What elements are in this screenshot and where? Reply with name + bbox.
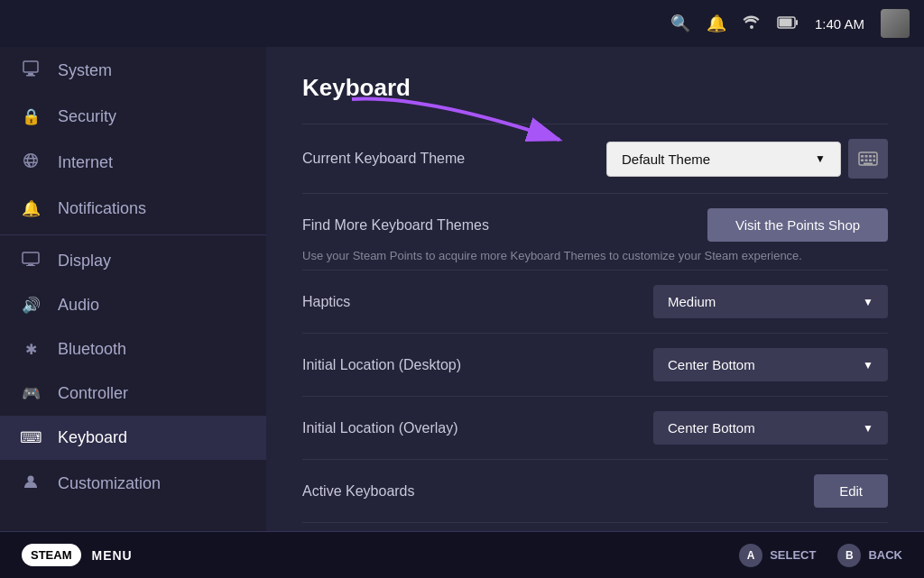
- sidebar-item-label: Security: [58, 107, 116, 126]
- initial-location-desktop-dropdown[interactable]: Center Bottom ▼: [653, 348, 888, 381]
- svg-rect-8: [26, 265, 35, 266]
- b-button[interactable]: B: [837, 544, 861, 567]
- svg-rect-2: [796, 20, 798, 25]
- haptics-dropdown-arrow: ▼: [863, 296, 873, 308]
- initial-location-desktop-arrow: ▼: [863, 359, 873, 372]
- initial-location-overlay-value: Center Bottom: [668, 420, 755, 436]
- svg-rect-13: [869, 155, 872, 158]
- svg-rect-3: [23, 61, 38, 72]
- initial-location-desktop-row: Initial Location (Desktop) Center Bottom…: [302, 334, 888, 397]
- audio-icon: 🔊: [18, 296, 43, 315]
- system-icon: [18, 60, 43, 82]
- sidebar-item-security[interactable]: 🔒 Security: [0, 95, 266, 139]
- svg-rect-1: [779, 18, 791, 26]
- bluetooth-icon: ✱: [18, 341, 43, 358]
- sidebar-item-label: Internet: [58, 153, 113, 172]
- active-keyboards-edit-button[interactable]: Edit: [814, 474, 888, 508]
- theme-dropdown[interactable]: Default Theme ▼: [606, 142, 841, 177]
- header-time: 1:40 AM: [815, 16, 864, 32]
- a-button[interactable]: A: [739, 544, 762, 567]
- visit-points-shop-button[interactable]: Visit the Points Shop: [707, 208, 888, 242]
- keyboard-icon: ⌨: [18, 428, 43, 447]
- header: 🔍 🔔 1:40 AM: [0, 0, 924, 47]
- back-label: BACK: [868, 548, 902, 562]
- svg-rect-12: [865, 155, 868, 158]
- keyboard-icon-button[interactable]: [848, 139, 888, 179]
- footer-menu-label: MENU: [92, 548, 133, 563]
- haptics-dropdown[interactable]: Medium ▼: [653, 285, 888, 318]
- sidebar-item-display[interactable]: Display: [0, 239, 266, 283]
- sidebar-item-label: Bluetooth: [58, 340, 126, 359]
- svg-rect-17: [869, 160, 872, 162]
- footer-right: A SELECT B BACK: [739, 544, 902, 567]
- footer: STEAM MENU A SELECT B BACK: [0, 531, 924, 578]
- wifi-icon: [743, 14, 761, 33]
- current-theme-row: Current Keyboard Theme Default Theme ▼: [302, 124, 888, 194]
- main-content: Keyboard Current Keyboard Theme Default …: [266, 47, 924, 531]
- sidebar-item-notifications[interactable]: 🔔 Notifications: [0, 187, 266, 231]
- initial-location-overlay-label: Initial Location (Overlay): [302, 420, 458, 436]
- theme-dropdown-value: Default Theme: [622, 151, 710, 167]
- svg-rect-4: [28, 73, 33, 75]
- svg-rect-19: [864, 163, 873, 165]
- sidebar-item-keyboard[interactable]: ⌨ Keyboard: [0, 416, 266, 460]
- controller-icon: 🎮: [18, 384, 43, 403]
- haptics-dropdown-value: Medium: [668, 294, 716, 309]
- svg-rect-15: [861, 160, 864, 162]
- current-theme-label: Current Keyboard Theme: [302, 151, 465, 167]
- select-label: SELECT: [770, 548, 816, 562]
- find-more-top: Find More Keyboard Themes Visit the Poin…: [302, 208, 888, 242]
- sidebar-item-bluetooth[interactable]: ✱ Bluetooth: [0, 327, 266, 372]
- search-icon[interactable]: 🔍: [670, 14, 690, 33]
- page-title: Keyboard: [302, 74, 888, 102]
- internet-icon: [18, 151, 43, 174]
- sidebar-item-label: System: [58, 61, 112, 80]
- svg-rect-18: [873, 160, 876, 162]
- find-more-label: Find More Keyboard Themes: [302, 217, 489, 234]
- active-keyboards-row: Active Keyboards Edit: [302, 460, 888, 523]
- lock-icon: 🔒: [18, 107, 43, 126]
- sidebar-item-controller[interactable]: 🎮 Controller: [0, 372, 266, 416]
- steam-badge: STEAM: [22, 544, 81, 566]
- footer-back-action: B BACK: [837, 544, 902, 567]
- customization-icon: [18, 472, 43, 495]
- sidebar-item-audio[interactable]: 🔊 Audio: [0, 283, 266, 327]
- svg-rect-5: [26, 75, 35, 77]
- sidebar-item-internet[interactable]: Internet: [0, 139, 266, 187]
- initial-location-desktop-label: Initial Location (Desktop): [302, 357, 461, 373]
- svg-rect-6: [23, 252, 39, 263]
- initial-location-overlay-row: Initial Location (Overlay) Center Bottom…: [302, 397, 888, 460]
- haptics-label: Haptics: [302, 294, 350, 310]
- footer-select-action: A SELECT: [739, 544, 816, 567]
- initial-location-desktop-value: Center Bottom: [668, 357, 755, 372]
- svg-point-9: [28, 476, 34, 482]
- haptics-row: Haptics Medium ▼: [302, 271, 888, 334]
- sidebar-item-label: Display: [58, 252, 111, 271]
- find-more-description: Use your Steam Points to acquire more Ke…: [302, 249, 888, 262]
- theme-controls: Default Theme ▼: [606, 139, 888, 179]
- svg-rect-14: [873, 155, 876, 158]
- initial-location-overlay-arrow: ▼: [863, 422, 873, 435]
- avatar[interactable]: [881, 9, 910, 38]
- find-more-section: Find More Keyboard Themes Visit the Poin…: [302, 194, 888, 271]
- active-keyboards-label: Active Keyboards: [302, 483, 415, 500]
- sidebar-item-label: Keyboard: [58, 428, 127, 447]
- sidebar: System 🔒 Security Internet 🔔 Notificatio…: [0, 47, 266, 531]
- sidebar-item-label: Controller: [58, 384, 128, 403]
- battery-icon: [777, 14, 799, 33]
- sidebar-item-label: Audio: [58, 296, 99, 315]
- sidebar-item-customization[interactable]: Customization: [0, 460, 266, 508]
- initial-location-overlay-dropdown[interactable]: Center Bottom ▼: [653, 411, 888, 445]
- sidebar-item-system[interactable]: System: [0, 47, 266, 95]
- sidebar-item-label: Notifications: [58, 199, 146, 218]
- svg-rect-16: [865, 160, 868, 162]
- sidebar-divider-1: [0, 234, 266, 235]
- sidebar-item-label: Customization: [58, 474, 161, 493]
- footer-left: STEAM MENU: [22, 544, 133, 566]
- display-icon: [18, 252, 43, 271]
- notification-icon: 🔔: [18, 199, 43, 218]
- bell-icon[interactable]: 🔔: [707, 14, 726, 33]
- theme-dropdown-arrow: ▼: [815, 152, 826, 165]
- svg-rect-11: [861, 155, 864, 158]
